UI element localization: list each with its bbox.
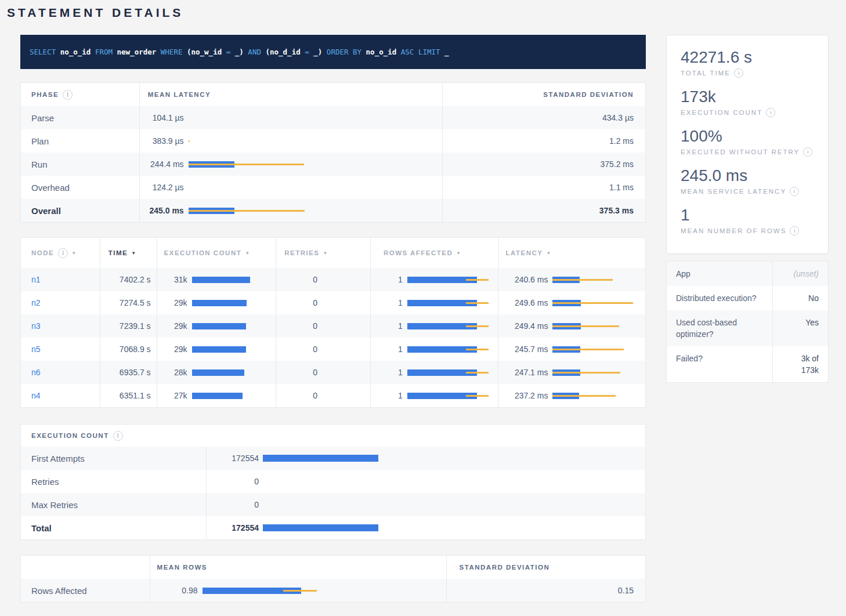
execution-count-value: 172554 [207,454,259,463]
rows-affected-bar-chart [407,300,491,306]
latency-bar-chart [552,277,637,283]
table-row: Max Retries 0 [21,493,645,516]
sql-token: _ [444,48,449,56]
latency-bar-chart [552,393,637,399]
detail-row-cost-based-optimizer: Used cost-based optimizer? Yes [667,310,828,346]
table-row: First Attempts 172554 [21,447,645,470]
latency-bar-chart [552,300,637,306]
stat-value: 42271.6 s [681,48,814,67]
node-retries: 0 [313,321,317,331]
node-link[interactable]: n5 [31,345,41,354]
table-row: n3 7239.1 s 29k 0 1 249.4 ms [21,314,645,338]
std-dev-whisker [552,349,624,350]
info-icon[interactable]: i [790,187,799,196]
std-dev-whisker [466,372,489,374]
node-execution-count: 29k [164,298,187,307]
sql-token: _) [235,48,248,56]
node-link[interactable]: n6 [31,368,41,377]
table-row: n5 7068.9 s 29k 0 1 245.7 ms [21,338,645,361]
node-time: 6351.1 s [120,391,151,400]
mean-latency-column-header: MEAN LATENCY [148,91,211,98]
rows-affected-label: Rows Affected [31,586,87,596]
retries-column-header[interactable]: RETRIES▼ [284,249,328,256]
execution-count-label: Max Retries [31,500,78,510]
sql-token: ( [187,48,191,56]
std-dev-whisker [552,372,620,374]
stat-value: 1 [681,206,814,224]
std-dev-whisker [283,590,317,592]
node-retries: 0 [313,298,317,307]
node-column-header[interactable]: NODEi▼ [31,248,77,258]
rows-affected-column-header[interactable]: ROWS AFFECTED▼ [384,249,462,256]
mean-rows-value: 0.98 [157,586,198,595]
sql-token: = [305,48,313,56]
latency-bar-chart [552,323,637,329]
latency-column-header[interactable]: LATENCY▼ [506,249,552,256]
execution-count-value: 0 [207,500,259,509]
latency-bar-chart [552,346,637,353]
info-icon[interactable]: i [734,68,743,78]
std-dev-whisker [466,302,489,304]
execution-count-column-header[interactable]: EXECUTION COUNT▼ [164,249,251,256]
stat-label: MEAN NUMBER OF ROWSi [681,226,814,235]
detail-value: Yes [772,310,828,346]
mean-latency-value: 245.0 ms [148,206,184,215]
node-latency: 247.1 ms [505,368,548,377]
sql-token: WHERE [161,48,187,56]
sql-token: ASC LIMIT [401,48,444,56]
stat-value: 245.0 ms [681,166,814,185]
latency-bar-chart [189,138,433,144]
sql-token: = [226,48,235,56]
statement-details-panel: App (unset) Distributed execution? No Us… [666,261,829,383]
info-icon[interactable]: i [63,90,73,100]
latency-bar-chart [189,184,433,191]
node-link[interactable]: n2 [31,298,41,307]
std-dev-value: 375.2 ms [600,160,634,169]
info-icon[interactable]: i [766,108,775,117]
execution-count-bar-chart [192,300,269,306]
node-retries: 0 [313,345,317,354]
detail-value: 3k of 173k [772,346,828,382]
phase-label: Overhead [31,183,70,193]
node-rows-affected: 1 [378,345,403,354]
node-link[interactable]: n3 [31,321,41,331]
info-icon[interactable]: i [113,431,123,441]
node-time: 7068.9 s [120,345,151,354]
execution-count-label: Total [31,523,52,533]
detail-label: Used cost-based optimizer? [667,310,772,346]
sort-arrow-icon: ▼ [456,251,461,256]
info-icon[interactable]: i [803,147,812,157]
execution-count-bar-chart [263,455,636,462]
stat-total-time: 42271.6 s TOTAL TIMEi [681,48,814,78]
phase-label: Overall [31,206,61,216]
node-time: 6935.7 s [120,368,151,377]
node-link[interactable]: n1 [31,275,41,284]
execution-count-bar-chart [263,501,636,508]
std-dev-whisker [466,395,489,397]
node-latency: 249.6 ms [505,298,548,307]
execution-count-label: Retries [31,477,59,487]
mean-latency-value: 104.1 µs [148,113,184,122]
std-dev-value: 1.2 ms [609,136,634,146]
std-dev-value: 375.3 ms [599,206,634,215]
table-row: n4 6351.1 s 27k 0 1 237.2 ms [21,384,645,407]
time-column-header[interactable]: TIME▼ [109,249,137,256]
stat-mean-service-latency: 245.0 ms MEAN SERVICE LATENCYi [681,166,814,196]
detail-label: Failed? [667,346,772,382]
count-bar [192,393,243,399]
phase-label: Run [31,160,48,169]
rows-affected-bar-chart [407,369,491,376]
node-link[interactable]: n4 [31,391,41,400]
info-icon[interactable]: i [58,248,68,258]
stat-executed-without-retry: 100% EXECUTED WITHOUT RETRYi [681,127,814,157]
table-row: Retries 0 [21,470,645,493]
info-icon[interactable]: i [790,226,799,235]
execution-count-bar-chart [263,524,636,531]
stat-label: TOTAL TIMEi [681,68,814,78]
node-rows-affected: 1 [378,391,403,400]
sql-token: no_d_id [270,48,305,56]
std-dev-whisker [466,325,489,327]
count-bar [263,455,378,462]
node-statistics-table: NODEi▼ TIME▼ EXECUTION COUNT▼ RETRIES▼ R… [20,237,646,408]
node-retries: 0 [313,368,317,377]
